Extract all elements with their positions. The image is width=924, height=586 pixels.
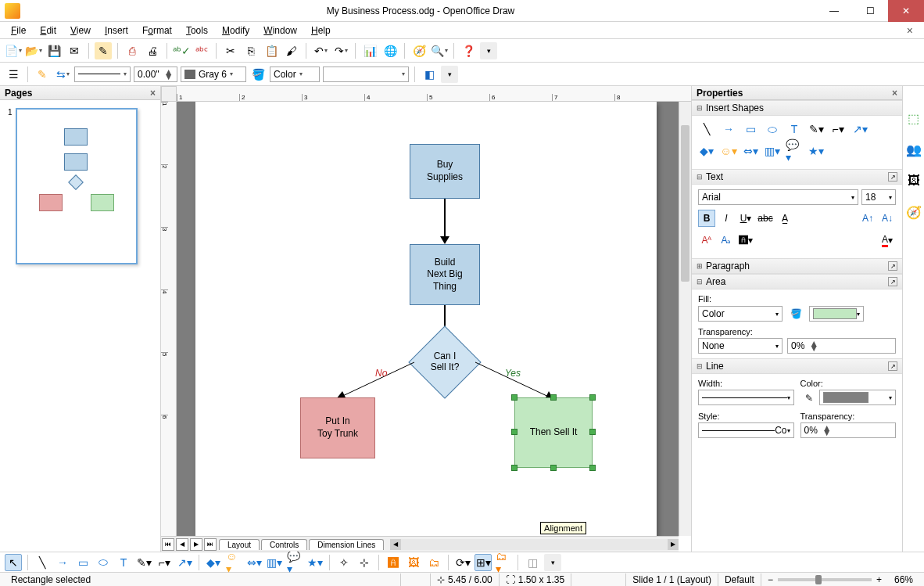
increase-font-button[interactable]: A↑ [859, 210, 876, 227]
toolbar2-overflow[interactable]: ▾ [441, 66, 458, 83]
help-button[interactable]: ❓ [460, 42, 477, 59]
fill-bucket-button[interactable]: 🪣 [249, 66, 267, 83]
tab-controls[interactable]: Controls [261, 539, 307, 550]
subscript-button[interactable]: Aₐ [718, 232, 735, 249]
email-button[interactable]: ✉ [66, 42, 83, 59]
close-button[interactable]: ✕ [888, 0, 924, 22]
page-thumbnail[interactable] [16, 108, 138, 264]
font-size-combo[interactable]: 18▾ [861, 189, 896, 205]
tab-dimension-lines[interactable]: Dimension Lines [309, 539, 384, 550]
gallery-tool[interactable]: 🗂 [425, 554, 442, 571]
shape-lines[interactable]: ↗▾ [851, 120, 868, 138]
selection-handle[interactable] [550, 394, 557, 401]
symbol-shapes-tool[interactable]: ☺▾ [225, 554, 242, 571]
text-tool[interactable]: T [115, 554, 132, 571]
redo-button[interactable]: ↷▾ [332, 42, 349, 59]
menu-tools[interactable]: Tools [180, 23, 214, 38]
line-more-icon[interactable]: ↗ [888, 361, 897, 371]
line-style-combo[interactable]: ▾ [74, 67, 131, 82]
menu-view[interactable]: View [64, 23, 97, 38]
zoom-slider[interactable] [778, 578, 872, 581]
sidebar-properties-icon[interactable]: ⬚ [905, 110, 922, 127]
chart-button[interactable]: 📊 [361, 42, 378, 59]
strikethrough-button[interactable]: abc [757, 210, 774, 227]
selection-handle[interactable] [511, 465, 518, 471]
fill-bucket-icon[interactable]: 🪣 [787, 305, 804, 322]
connector[interactable] [444, 199, 446, 238]
horizontal-ruler[interactable]: 12345678 [177, 86, 691, 102]
from-file-tool[interactable]: 🖼 [405, 554, 422, 571]
line-color-combo[interactable]: ▾ [819, 390, 897, 405]
paragraph-more-icon[interactable]: ↗ [888, 261, 897, 271]
pages-panel-close[interactable]: × [150, 88, 156, 99]
line-color-pencil-icon[interactable]: ✎ [800, 390, 818, 407]
block-arrows-tool[interactable]: ⇔▾ [245, 554, 263, 571]
line-width-combo[interactable]: ▾ [698, 390, 794, 405]
open-button[interactable]: 📂▾ [25, 42, 42, 59]
document-close-button[interactable]: × [901, 24, 919, 37]
flowchart-box-sell[interactable]: Then Sell It [514, 397, 593, 468]
hyperlink-button[interactable]: 🌐 [381, 42, 399, 59]
bold-button[interactable]: B [698, 210, 715, 227]
decrease-font-button[interactable]: A↓ [879, 210, 896, 227]
rotate-tool[interactable]: ⟳▾ [454, 554, 471, 571]
export-pdf-button[interactable]: ⎙ [124, 42, 141, 59]
rect-tool[interactable]: ▭ [74, 554, 91, 571]
ellipse-tool[interactable]: ⬭ [95, 554, 112, 571]
transparency-mode-combo[interactable]: None▾ [698, 338, 783, 354]
shape-text[interactable]: T [786, 120, 803, 138]
menu-window[interactable]: Window [257, 23, 303, 38]
toolbar-overflow[interactable]: ▾ [480, 42, 497, 59]
zoom-in-button[interactable]: + [876, 574, 882, 585]
menu-help[interactable]: Help [305, 23, 337, 38]
connector-tool[interactable]: ⌐▾ [156, 554, 173, 571]
selection-handle[interactable] [589, 465, 596, 471]
line-style-combo[interactable]: Co▾ [698, 422, 794, 438]
superscript-button[interactable]: Aᴬ [698, 232, 715, 249]
menu-file[interactable]: File [5, 23, 32, 38]
section-insert-shapes[interactable]: ⊟Insert Shapes [692, 100, 902, 116]
arrow-tool[interactable]: → [54, 554, 71, 571]
line-transparency-field[interactable]: 0%▲▼ [800, 422, 897, 438]
selection-handle[interactable] [550, 465, 557, 471]
arrow-style-button[interactable]: ⇆▾ [54, 66, 71, 83]
flowchart-box-buy[interactable]: Buy Supplies [410, 144, 480, 199]
fill-color-combo[interactable]: ▾ [323, 67, 409, 82]
autospell-button[interactable]: ᵃᵇᶜ [193, 42, 210, 59]
shape-line[interactable]: ╲ [698, 120, 715, 138]
tab-layout[interactable]: Layout [219, 539, 260, 550]
line-color-combo[interactable]: Gray 6▾ [181, 67, 246, 82]
fontwork-tool[interactable]: 🅰 [385, 554, 402, 571]
status-slide[interactable]: Slide 1 / 1 (Layout) [626, 573, 718, 586]
select-tool[interactable]: ↖ [5, 554, 22, 571]
status-insert-mode[interactable] [571, 573, 626, 586]
zoom-out-button[interactable]: − [768, 574, 773, 585]
flowchart-box-build[interactable]: Build Next Big Thing [410, 244, 480, 305]
selection-handle[interactable] [589, 394, 596, 401]
shape-star[interactable]: ★▾ [808, 142, 825, 160]
tab-first-button[interactable]: ⏮ [162, 538, 174, 551]
status-style[interactable]: Default [718, 573, 761, 586]
copy-button[interactable]: ⎘ [242, 42, 260, 59]
line-width-field[interactable]: 0.00" ▲▼ [134, 67, 177, 82]
arrange-tool[interactable]: 🗂▾ [495, 554, 512, 571]
tab-prev-button[interactable]: ◀ [176, 538, 188, 551]
spellcheck-button[interactable]: ᵃᵇ✓ [173, 42, 190, 59]
navigator-button[interactable]: 🧭 [410, 42, 428, 59]
shape-ellipse[interactable]: ⬭ [764, 120, 781, 138]
minimize-button[interactable]: ― [816, 0, 852, 22]
curve-tool[interactable]: ✎▾ [135, 554, 152, 571]
page-surface[interactable]: Buy Supplies Build Next Big Thing Can I … [195, 102, 657, 536]
area-more-icon[interactable]: ↗ [888, 277, 897, 286]
undo-button[interactable]: ↶▾ [312, 42, 329, 59]
print-button[interactable]: 🖨 [144, 42, 161, 59]
selection-handle[interactable] [589, 429, 596, 435]
flowchart-box-toy-trunk[interactable]: Put In Toy Trunk [300, 397, 375, 458]
flowchart-tool[interactable]: ▥▾ [266, 554, 283, 571]
highlight-button[interactable]: ✎ [34, 66, 51, 83]
highlight-color-button[interactable]: 🅰▾ [737, 232, 754, 249]
shadow-button[interactable]: ◧ [421, 66, 438, 83]
underline-button[interactable]: U▾ [737, 210, 754, 227]
star-tool[interactable]: ★▾ [306, 554, 324, 571]
menu-insert[interactable]: Insert [98, 23, 134, 38]
